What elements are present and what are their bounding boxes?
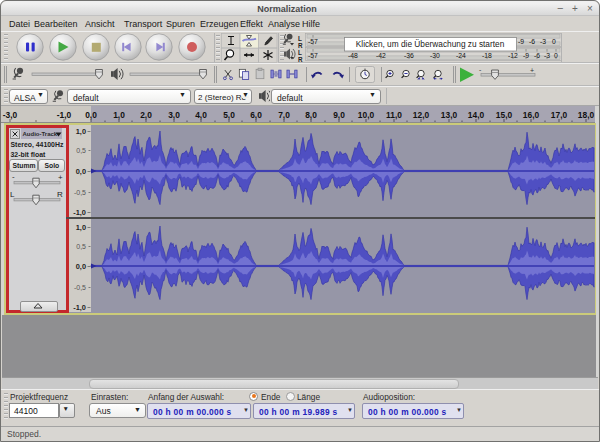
svg-text:2,0: 2,0 — [140, 110, 152, 120]
svg-text:-1,0: -1,0 — [57, 110, 72, 120]
svg-text:7,0: 7,0 — [278, 110, 290, 120]
svg-text:13,0: 13,0 — [441, 110, 458, 120]
svg-text:12,0: 12,0 — [413, 110, 430, 120]
svg-text:Klicken, um die Überwachung zu: Klicken, um die Überwachung zu starten — [356, 39, 505, 49]
svg-text:-3,0: -3,0 — [3, 110, 18, 120]
svg-text:11,0: 11,0 — [386, 110, 402, 120]
svg-text:-: - — [479, 66, 482, 73]
svg-text:4,0: 4,0 — [195, 110, 207, 120]
svg-text:1,0: 1,0 — [113, 110, 125, 120]
svg-text:17,0: 17,0 — [551, 110, 568, 120]
svg-text:0,0: 0,0 — [85, 110, 97, 120]
svg-text:18,0: 18,0 — [578, 110, 595, 120]
svg-text:+: + — [530, 67, 534, 74]
svg-text:14,0: 14,0 — [468, 110, 485, 120]
svg-text:10,0: 10,0 — [358, 110, 375, 120]
svg-text:R: R — [298, 42, 303, 49]
svg-text:-6: -6 — [529, 38, 535, 45]
svg-text:-9: -9 — [518, 38, 524, 45]
svg-text:0: 0 — [552, 38, 556, 45]
svg-text:15,0: 15,0 — [496, 110, 513, 120]
svg-text:9,0: 9,0 — [333, 110, 345, 120]
svg-text:3,0: 3,0 — [168, 110, 180, 120]
svg-text:5,0: 5,0 — [223, 110, 235, 120]
svg-text:6,0: 6,0 — [250, 110, 262, 120]
svg-text:8,0: 8,0 — [305, 110, 317, 120]
svg-text:R: R — [298, 56, 303, 63]
svg-text:16,0: 16,0 — [523, 110, 540, 120]
svg-text:-3: -3 — [540, 38, 546, 45]
